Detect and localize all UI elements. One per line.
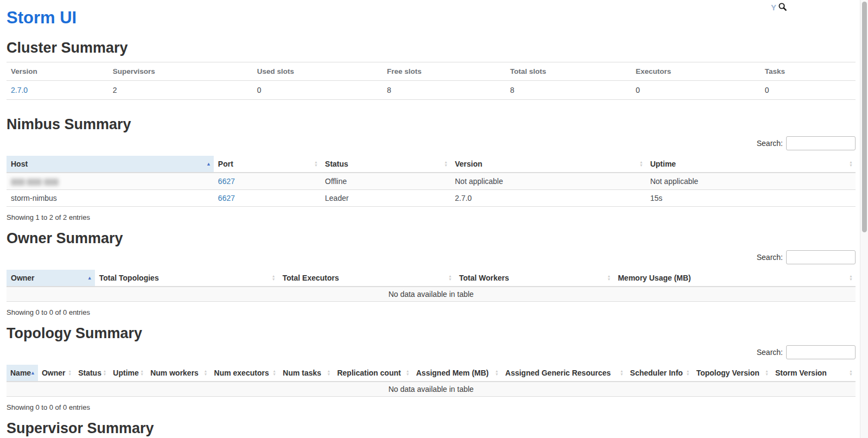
- nimbus-status-cell: Offline: [321, 173, 450, 190]
- col-header-host-label: Host: [11, 160, 28, 168]
- col-header-topo-owner[interactable]: Owner: [38, 365, 74, 382]
- col-header-name-label: Name: [10, 369, 31, 377]
- nimbus-search-input[interactable]: [786, 136, 856, 150]
- col-header-version: Version: [7, 62, 108, 80]
- topology-empty-row: No data available in table: [7, 382, 856, 397]
- nimbus-summary-table: Host Port Status Version Uptime: [7, 156, 856, 207]
- page-content: Storm UI Cluster Summary Version Supervi…: [0, 8, 868, 438]
- col-header-port[interactable]: Port: [214, 156, 321, 173]
- col-header-free-slots: Free slots: [382, 62, 506, 80]
- scrollbar-track[interactable]: [860, 0, 868, 438]
- col-header-storm-version-label: Storm Version: [775, 369, 827, 377]
- col-header-owner[interactable]: Owner: [7, 270, 95, 287]
- nimbus-host-cell: [7, 173, 214, 190]
- col-header-host[interactable]: Host: [7, 156, 214, 173]
- cluster-tasks-cell: 0: [761, 80, 856, 99]
- nimbus-port-cell: 6627: [214, 189, 321, 206]
- col-header-total-topologies[interactable]: Total Topologies: [95, 270, 278, 287]
- col-header-status-label: Status: [325, 160, 348, 168]
- filter-icon[interactable]: Y: [771, 3, 776, 12]
- cluster-header-row: Version Supervisors Used slots Free slot…: [7, 62, 856, 80]
- col-header-supervisors: Supervisors: [108, 62, 253, 80]
- port-link[interactable]: 6627: [218, 194, 235, 202]
- sort-both-icon: [314, 161, 318, 167]
- sort-asc-icon: [206, 161, 211, 166]
- col-header-uptime-label: Uptime: [650, 160, 675, 168]
- col-header-nimbus-version-label: Version: [455, 160, 482, 168]
- owner-summary-table: Owner Total Topologies Total Executors T…: [7, 270, 856, 302]
- sort-both-icon: [448, 275, 452, 281]
- col-header-storm-version[interactable]: Storm Version: [771, 365, 856, 382]
- nimbus-port-cell: 6627: [214, 173, 321, 190]
- nimbus-row-offline: 6627 Offline Not applicable Not applicab…: [7, 173, 856, 190]
- cluster-data-row: 2.7.0 2 0 8 8 0 0: [7, 80, 856, 99]
- port-link[interactable]: 6627: [218, 177, 235, 186]
- col-header-num-tasks[interactable]: Num tasks: [279, 365, 333, 382]
- cluster-supervisors-cell: 2: [108, 80, 253, 99]
- col-header-scheduler-info[interactable]: Scheduler Info: [626, 365, 692, 382]
- col-header-uptime[interactable]: Uptime: [646, 156, 856, 173]
- col-header-topology-version[interactable]: Topology Version: [692, 365, 771, 382]
- version-link[interactable]: 2.7.0: [11, 86, 28, 94]
- col-header-topo-status[interactable]: Status: [74, 365, 109, 382]
- owner-search-bar: Search:: [7, 250, 856, 264]
- nimbus-host-cell: storm-nimbus: [7, 189, 214, 206]
- nimbus-version-cell: Not applicable: [450, 173, 646, 190]
- topology-entries-info: Showing 0 to 0 of 0 entries: [7, 403, 856, 411]
- col-header-total-workers[interactable]: Total Workers: [455, 270, 614, 287]
- nimbus-search-label: Search:: [757, 139, 783, 148]
- sort-both-icon: [68, 370, 72, 376]
- sort-both-icon: [140, 370, 144, 376]
- col-header-assigned-mem-label: Assigned Mem (MB): [416, 369, 489, 377]
- sort-both-icon: [849, 161, 853, 167]
- sort-both-icon: [103, 370, 106, 376]
- col-header-total-executors[interactable]: Total Executors: [278, 270, 455, 287]
- col-header-executors: Executors: [631, 62, 761, 80]
- col-header-name[interactable]: Name: [7, 365, 38, 382]
- col-header-status[interactable]: Status: [321, 156, 450, 173]
- col-header-memory-usage[interactable]: Memory Usage (MB): [614, 270, 856, 287]
- scrollbar-thumb[interactable]: [862, 2, 867, 232]
- col-header-replication-count-label: Replication count: [337, 369, 400, 377]
- sort-both-icon: [406, 370, 410, 376]
- sort-both-icon: [686, 370, 690, 376]
- nimbus-header-row: Host Port Status Version Uptime: [7, 156, 856, 173]
- sort-both-icon: [444, 161, 448, 167]
- col-header-assigned-generic-resources[interactable]: Assigned Generic Resources: [501, 365, 626, 382]
- topology-search-input[interactable]: [786, 345, 856, 359]
- col-header-replication-count[interactable]: Replication count: [333, 365, 412, 382]
- topology-summary-table: Name Owner Status Uptime Num workers: [7, 365, 856, 397]
- col-header-topo-owner-label: Owner: [42, 369, 66, 377]
- redacted-host-value: [11, 179, 59, 186]
- nimbus-uptime-cell: Not applicable: [646, 173, 856, 190]
- search-icon[interactable]: [778, 2, 787, 13]
- col-header-topology-version-label: Topology Version: [696, 369, 759, 377]
- nimbus-uptime-cell: 15s: [646, 189, 856, 206]
- sort-both-icon: [849, 275, 853, 281]
- col-header-topo-uptime-label: Uptime: [113, 369, 138, 377]
- sort-both-icon: [765, 370, 769, 376]
- nimbus-summary-heading: Nimbus Summary: [7, 116, 856, 133]
- topology-empty-message: No data available in table: [7, 382, 856, 397]
- owner-header-row: Owner Total Topologies Total Executors T…: [7, 270, 856, 287]
- col-header-total-workers-label: Total Workers: [459, 274, 509, 282]
- col-header-num-workers[interactable]: Num workers: [146, 365, 210, 382]
- col-header-num-executors[interactable]: Num executors: [210, 365, 279, 382]
- app-title[interactable]: Storm UI: [7, 8, 856, 28]
- topbar-icons: Y: [771, 2, 787, 13]
- sort-both-icon: [495, 370, 499, 376]
- owner-empty-message: No data available in table: [7, 287, 856, 302]
- col-header-assigned-mem[interactable]: Assigned Mem (MB): [412, 365, 501, 382]
- col-header-topo-uptime[interactable]: Uptime: [109, 365, 146, 382]
- owner-empty-row: No data available in table: [7, 287, 856, 302]
- col-header-nimbus-version[interactable]: Version: [450, 156, 646, 173]
- col-header-owner-label: Owner: [11, 274, 35, 282]
- owner-entries-info: Showing 0 to 0 of 0 entries: [7, 308, 856, 316]
- topology-search-bar: Search:: [7, 345, 856, 359]
- supervisor-summary-heading: Supervisor Summary: [7, 420, 856, 437]
- topology-search-label: Search:: [757, 348, 783, 357]
- cluster-total-slots-cell: 8: [506, 80, 631, 99]
- sort-asc-icon: [87, 275, 92, 280]
- owner-search-input[interactable]: [786, 250, 856, 264]
- owner-summary-heading: Owner Summary: [7, 230, 856, 247]
